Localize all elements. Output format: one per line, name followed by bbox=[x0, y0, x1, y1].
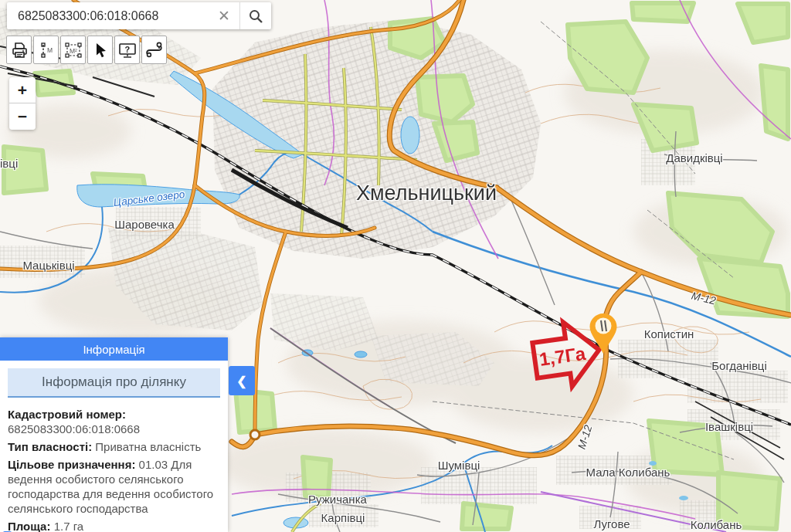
measure-area-button[interactable]: M² bbox=[60, 36, 86, 64]
map-label-ruzhychanka: Ружичанка bbox=[308, 493, 367, 506]
clear-search-button[interactable]: ✕ bbox=[209, 2, 239, 29]
field-designated-purpose: Цільове призначення: 01.03 Для ведення о… bbox=[8, 457, 220, 516]
search-input[interactable] bbox=[7, 2, 209, 29]
map-label-kolyban: Колибань bbox=[691, 518, 742, 531]
search-button[interactable] bbox=[240, 2, 271, 29]
map-label-karpivtsi: Карпівці bbox=[321, 511, 365, 524]
search-icon bbox=[248, 8, 263, 24]
info-panel-body: Інформація про ділянку Кадастровий номер… bbox=[0, 361, 228, 532]
printer-icon bbox=[10, 41, 29, 59]
cadastral-search-box: ✕ bbox=[7, 2, 271, 29]
svg-text:M²: M² bbox=[70, 46, 77, 54]
cursor-icon bbox=[91, 41, 110, 59]
info-panel: Інформація Інформація про ділянку Кадаст… bbox=[0, 337, 228, 532]
tab-parcel-info[interactable]: Інформація про ділянку bbox=[8, 368, 220, 398]
map-label-khmelnytskyi: Хмельницький bbox=[356, 181, 497, 205]
field-value: Приватна власність bbox=[95, 440, 201, 453]
collapse-panel-button[interactable]: ❮ bbox=[229, 366, 255, 395]
field-ownership-type: Тип власності: Приватна власність bbox=[8, 439, 220, 454]
map-label-shumivtsi: Шумівці bbox=[438, 459, 480, 472]
map-label-ivashkivtsi: Івашківці bbox=[705, 420, 753, 433]
map-label-matskivtsi: Мацьківці bbox=[22, 259, 74, 272]
field-label: Цільове призначення: bbox=[8, 458, 135, 471]
help-button[interactable]: ? bbox=[114, 36, 140, 64]
measure-area-icon: M² bbox=[63, 41, 83, 59]
cursor-tool-button[interactable] bbox=[87, 36, 113, 64]
print-button[interactable] bbox=[6, 36, 32, 64]
map-label-sharovechka: Шаровечка bbox=[114, 218, 174, 231]
field-label: Тип власності: bbox=[8, 440, 92, 453]
route-icon bbox=[144, 41, 165, 59]
map-label-davydkivtsi: Давидківці bbox=[666, 151, 722, 164]
parcel-fields: Кадастровий номер: 6825083300:06:018:066… bbox=[8, 407, 220, 532]
zoom-out-button[interactable]: − bbox=[9, 103, 36, 130]
measure-length-button[interactable]: M bbox=[33, 36, 59, 64]
partial-legend-row bbox=[3, 529, 204, 532]
measure-length-icon: M bbox=[37, 41, 56, 59]
help-icon: ? bbox=[117, 41, 137, 59]
field-cadastral-number: Кадастровий номер: 6825083300:06:018:066… bbox=[8, 407, 220, 436]
svg-text:?: ? bbox=[124, 44, 130, 53]
map-label-mala-kolyban: Мала Колибань bbox=[586, 466, 670, 479]
map-label-bohdanivtsi: Богданівці bbox=[711, 359, 767, 372]
map-label-kopystyn: Копистин bbox=[644, 327, 694, 341]
info-panel-title: Інформація bbox=[0, 337, 228, 361]
svg-text:M: M bbox=[47, 46, 53, 54]
zoom-in-button[interactable]: + bbox=[9, 77, 36, 103]
map-label-partial-left-edge: івці bbox=[0, 157, 18, 170]
map-label-luhove: Лугове bbox=[593, 517, 630, 530]
field-value: 6825083300:06:018:0668 bbox=[8, 422, 220, 436]
map-toolbar: M M² ? bbox=[6, 36, 167, 64]
field-label: Кадастровий номер: bbox=[8, 408, 126, 421]
zoom-controls: + − bbox=[9, 77, 36, 130]
cadastral-map-app: 1,7Га Хмельницький Давидківці Царське оз… bbox=[0, 0, 791, 532]
route-button[interactable] bbox=[141, 36, 167, 64]
